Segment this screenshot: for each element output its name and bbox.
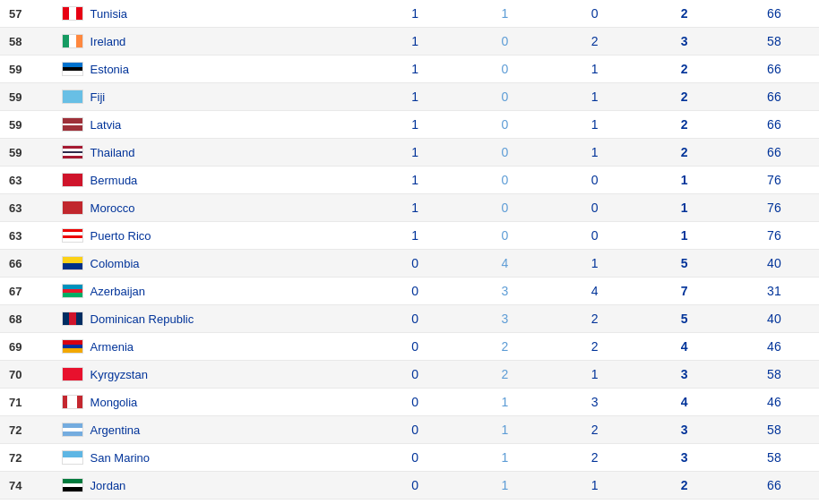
points-cell: 66 <box>729 139 819 167</box>
country-cell: Colombia <box>56 250 371 278</box>
total-cell: 5 <box>640 250 729 278</box>
country-cell: Latvia <box>56 111 371 139</box>
gold-cell: 1 <box>370 83 460 111</box>
country-cell: Azerbaijan <box>56 278 371 305</box>
points-cell: 66 <box>729 0 819 28</box>
country-name: Azerbaijan <box>91 285 145 298</box>
gold-cell: 0 <box>370 333 460 361</box>
country-name: Argentina <box>91 423 141 437</box>
country-name: Tunisia <box>91 7 127 21</box>
points-cell: 76 <box>729 167 819 194</box>
points-cell: 58 <box>729 444 819 472</box>
country-cell: Fiji <box>56 83 371 111</box>
total-cell: 2 <box>640 500 729 505</box>
country-cell: Argentina <box>56 416 371 444</box>
points-cell: 58 <box>729 28 819 56</box>
country-cell: Tunisia <box>56 0 371 28</box>
country-cell: Kyrgyzstan <box>56 361 371 389</box>
gold-cell: 0 <box>370 389 460 416</box>
bronze-cell: 1 <box>549 83 639 111</box>
country-name: Armenia <box>91 340 134 354</box>
rank-cell: 67 <box>0 278 56 305</box>
gold-cell: 1 <box>370 28 460 56</box>
gold-cell: 1 <box>370 0 460 28</box>
points-cell: 46 <box>729 389 819 416</box>
rank-cell: 66 <box>0 250 56 278</box>
rank-cell: 72 <box>0 416 56 444</box>
total-cell: 2 <box>640 83 729 111</box>
silver-cell: 0 <box>460 56 549 83</box>
rank-cell: 63 <box>0 222 56 250</box>
gold-cell: 0 <box>370 500 460 505</box>
country-cell: Dominican Republic <box>56 305 371 333</box>
country-flag <box>62 256 83 270</box>
table-row: 59 Estonia 1 0 1 2 66 <box>0 56 819 83</box>
gold-cell: 0 <box>370 444 460 472</box>
silver-cell: 3 <box>460 278 549 305</box>
bronze-cell: 1 <box>549 500 639 505</box>
silver-cell: 3 <box>460 305 549 333</box>
table-row: 63 Morocco 1 0 0 1 76 <box>0 194 819 222</box>
table-row: 63 Bermuda 1 0 0 1 76 <box>0 167 819 194</box>
rank-cell: 74 <box>0 472 56 500</box>
silver-cell: 1 <box>460 500 549 505</box>
table-row: 59 Latvia 1 0 1 2 66 <box>0 111 819 139</box>
silver-cell: 1 <box>460 444 549 472</box>
bronze-cell: 2 <box>549 305 639 333</box>
rank-cell: 59 <box>0 56 56 83</box>
country-flag <box>62 478 83 492</box>
silver-cell: 1 <box>460 0 549 28</box>
rank-cell: 68 <box>0 305 56 333</box>
country-flag <box>62 284 83 298</box>
country-cell: Estonia <box>56 56 371 83</box>
country-flag <box>62 228 83 243</box>
bronze-cell: 3 <box>549 389 639 416</box>
silver-cell: 1 <box>460 389 549 416</box>
table-row: 63 Puerto Rico 1 0 0 1 76 <box>0 222 819 250</box>
country-name: Jordan <box>91 479 126 492</box>
country-cell: Ireland <box>56 28 371 56</box>
bronze-cell: 0 <box>549 194 639 222</box>
bronze-cell: 2 <box>549 444 639 472</box>
country-cell: San Marino <box>56 444 371 472</box>
country-name: Estonia <box>91 63 129 76</box>
bronze-cell: 1 <box>549 361 639 389</box>
total-cell: 4 <box>640 333 729 361</box>
table-row: 74 Jordan 0 1 1 2 66 <box>0 472 819 500</box>
silver-cell: 1 <box>460 416 549 444</box>
country-flag <box>62 450 83 465</box>
gold-cell: 1 <box>370 167 460 194</box>
gold-cell: 0 <box>370 361 460 389</box>
country-flag <box>62 423 83 437</box>
country-flag <box>62 395 83 409</box>
table-row: 59 Fiji 1 0 1 2 66 <box>0 83 819 111</box>
points-cell: 66 <box>729 111 819 139</box>
country-cell: Mongolia <box>56 389 371 416</box>
country-flag <box>62 312 83 326</box>
silver-cell: 0 <box>460 28 549 56</box>
gold-cell: 1 <box>370 194 460 222</box>
gold-cell: 0 <box>370 278 460 305</box>
rank-cell: 59 <box>0 83 56 111</box>
total-cell: 4 <box>640 389 729 416</box>
country-flag <box>62 6 83 21</box>
points-cell: 58 <box>729 361 819 389</box>
total-cell: 1 <box>640 222 729 250</box>
country-name: Ireland <box>91 35 126 48</box>
rankings-table-container: 57 Tunisia 1 1 0 2 66 58 Ireland 1 0 <box>0 0 819 504</box>
country-cell: Nigeria <box>56 500 371 505</box>
gold-cell: 0 <box>370 250 460 278</box>
points-cell: 66 <box>729 472 819 500</box>
table-row: 67 Azerbaijan 0 3 4 7 31 <box>0 278 819 305</box>
points-cell: 66 <box>729 500 819 505</box>
table-row: 57 Tunisia 1 1 0 2 66 <box>0 0 819 28</box>
bronze-cell: 1 <box>549 472 639 500</box>
country-name: Puerto Rico <box>91 229 151 243</box>
gold-cell: 1 <box>370 222 460 250</box>
country-name: Morocco <box>91 201 135 215</box>
bronze-cell: 4 <box>549 278 639 305</box>
table-row: 68 Dominican Republic 0 3 2 5 40 <box>0 305 819 333</box>
country-name: San Marino <box>91 451 150 465</box>
table-row: 72 San Marino 0 1 2 3 58 <box>0 444 819 472</box>
rank-cell: 74 <box>0 500 56 505</box>
